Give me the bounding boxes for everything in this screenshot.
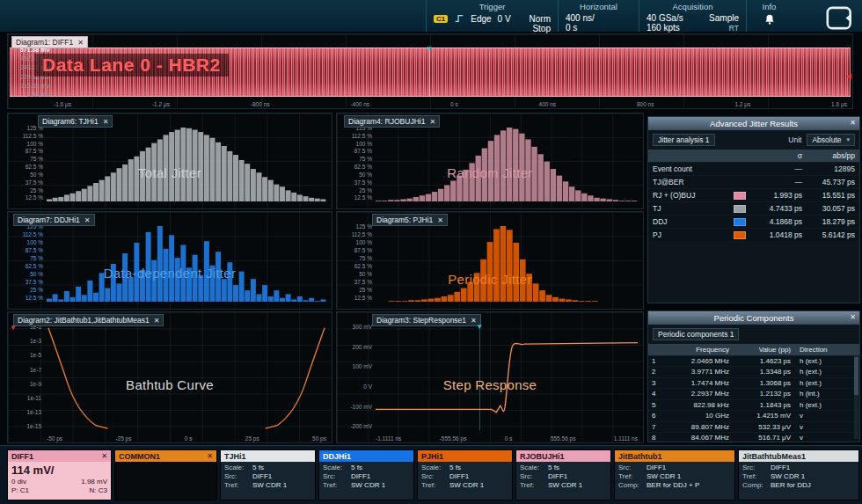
acquisition-settings[interactable]: Acquisition 40 GSa/sSample 160 kptsRT <box>639 0 746 32</box>
axis-label: -800 ns <box>251 101 270 107</box>
notification-bell-icon[interactable] <box>763 13 776 26</box>
diagram1-diff1[interactable]: 571.38 mV457.38 mV343.38 mV229.38 mV115.… <box>7 33 853 109</box>
signal-tab-ddjhi1[interactable]: DDJHi1Scale:5 fsSrc:DIFF1Tref:SW CDR 1 <box>318 449 414 500</box>
periodic-component-row[interactable]: 884.067 MHz516.71 μVv <box>648 432 859 442</box>
close-icon[interactable]: ✕ <box>154 317 160 325</box>
diagram-tab-bathtub[interactable]: Diagram2: JitBathtub1,JitBathtubMeas1 ✕ <box>13 314 164 326</box>
axis-label: 1e-11 <box>27 396 41 402</box>
diagram-tab-step-response[interactable]: Diagram3: StepResponse1 ✕ <box>372 314 481 326</box>
close-icon[interactable]: ✕ <box>850 119 856 127</box>
signal-tab-header[interactable]: JitBathtub1 <box>615 450 734 462</box>
periodic-component-row[interactable]: 23.9771 MHz1.3348 psh (ext.) <box>648 366 859 377</box>
reference-marker-icon[interactable]: ▼ <box>10 325 17 332</box>
axis-label: 115.38 mV <box>21 83 50 89</box>
scrollbar[interactable] <box>854 355 858 439</box>
trigger-settings[interactable]: Trigger C1 Edge 0 V Norm Stop <box>426 0 558 32</box>
diagram-tab-tjhi1[interactable]: Diagram6: TJHi1 ✕ <box>38 115 113 128</box>
periodic-component-row[interactable]: 12.0465 MHz1.4623 psh (ext.) <box>648 355 859 367</box>
trace-color-swatch <box>735 166 746 172</box>
info-button[interactable]: Info <box>746 0 792 32</box>
result-sigma: 1.0418 ps <box>749 230 802 239</box>
component-index: 7 <box>652 423 664 431</box>
periodic-component-row[interactable]: 789.807 MHz532.33 μVv <box>648 421 859 433</box>
trigger-marker-icon[interactable]: ▼ <box>476 324 483 331</box>
axis-label: -1.6 μs <box>54 101 71 107</box>
annotation-label: Data Lane 0 - HBR2 <box>34 54 229 77</box>
signal-tab-diff1[interactable]: DIFF1✕114 mV/0 div1.98 mVP: C1N: C3 <box>7 449 112 500</box>
signal-info-row: Comp:BER for DDJ <box>742 481 855 489</box>
signal-tab-label: PJHi1 <box>421 452 508 461</box>
close-icon[interactable]: ✕ <box>437 216 443 224</box>
close-icon[interactable]: ✕ <box>429 118 435 126</box>
jitter-result-row[interactable]: TJ@BER—45.737 ps <box>648 175 859 188</box>
signal-tab-pjhi1[interactable]: PJHi1Scale:5 fsSrc:DIFF1Tref:SW CDR 1 <box>417 449 513 500</box>
diagram-tab-label: Diagram3: StepResponse1 <box>376 316 466 325</box>
signal-tab-header[interactable]: COMMON1✕ <box>115 450 216 462</box>
component-direction: v <box>791 423 856 431</box>
trace-color-swatch <box>734 192 746 200</box>
diagram5-pjhi1[interactable]: 125 %112.5 %100 %87.5 %75 %62.5 %50 %37.… <box>336 211 644 310</box>
component-direction: h (ext.) <box>791 357 856 365</box>
unit-select[interactable]: Absolute ▾ <box>807 134 855 146</box>
periodic-component-row[interactable]: 5822.98 kHz1.1843 psh (ext.) <box>648 399 859 411</box>
result-sigma: 1.993 ps <box>749 191 802 200</box>
signal-tab-header[interactable]: TJHi1 <box>221 450 315 462</box>
jitter-result-row[interactable]: RJ + (O)BUJ1.993 ps15.551 ps <box>648 188 859 201</box>
close-icon[interactable]: ✕ <box>84 216 91 224</box>
axis-label: 112.5 % <box>23 134 43 140</box>
info-label: Scale: <box>421 464 446 471</box>
diagram4-rjobujhi1[interactable]: 125 %112.5 %100 %87.5 %75 %62.5 %50 %37.… <box>336 113 644 209</box>
periodic-component-row[interactable]: 31.7474 MHz1.3068 psh (ext.) <box>648 377 859 389</box>
result-name: Event count <box>653 164 735 173</box>
panel-titlebar[interactable]: Periodic Components ✕ <box>648 311 859 325</box>
jitter-result-row[interactable]: Event count—12895 <box>648 162 859 175</box>
close-icon[interactable]: ✕ <box>77 39 84 47</box>
signal-tab-header[interactable]: JitBathtubMeas1 <box>739 450 858 462</box>
jitter-result-row[interactable]: DDJ4.1868 ps18.279 ps <box>648 215 859 228</box>
diagram6-tjhi1[interactable]: 125 %112.5 %100 %87.5 %75 %62.5 %50 %37.… <box>7 113 332 209</box>
signal-tab-common1[interactable]: COMMON1✕ <box>114 449 217 500</box>
signal-tab-header[interactable]: DDJHi1 <box>319 450 413 462</box>
jitter-analysis-select[interactable]: Jitter analysis 1 <box>653 134 715 146</box>
axis-label: -200 mV <box>350 424 372 430</box>
info-title: Info <box>754 2 785 11</box>
axis-label: -1.2 μs <box>152 101 170 107</box>
axis-label: 12.5 % <box>26 296 43 302</box>
scrollbar-thumb[interactable] <box>854 357 858 395</box>
periodic-component-row[interactable]: 610 GHz1.4215 mVv <box>648 410 859 421</box>
periodic-component-row[interactable]: 42.2937 MHz1.2132 psh (int.) <box>648 388 859 399</box>
close-icon[interactable]: ✕ <box>850 313 856 321</box>
horizontal-position: 0 s <box>566 23 577 33</box>
level-marker-icon[interactable]: ◀ <box>846 73 851 80</box>
close-icon[interactable]: ✕ <box>207 452 213 460</box>
signal-tab-rjobujhi1[interactable]: RJOBUJHi1Scale:5 fsSrc:DIFF1Tref:SW CDR … <box>515 449 611 500</box>
ber-axis-labels: 1e-11e-31e-51e-71e-91e-111e-131e-15 <box>13 325 41 430</box>
diagram2-bathtub[interactable]: 1e-11e-31e-51e-71e-91e-111e-131e-15 Bath… <box>7 311 332 443</box>
jitter-result-row[interactable]: TJ4.7433 ps30.057 ps <box>648 201 859 215</box>
channel-info-right: 1.98 mV <box>81 478 107 486</box>
diagram-tab-rjobujhi1[interactable]: Diagram4: RJOBUJHi1 ✕ <box>344 115 440 128</box>
signal-bar: DIFF1✕114 mV/0 div1.98 mVP: C1N: C3COMMO… <box>0 445 862 504</box>
close-icon[interactable]: ✕ <box>101 452 107 460</box>
panel-titlebar[interactable]: Advanced Jitter Results ✕ <box>648 117 859 130</box>
signal-tab-header[interactable]: DIFF1✕ <box>8 450 111 462</box>
trigger-marker-icon[interactable]: ▼ <box>426 46 433 53</box>
component-direction: h (ext.) <box>791 379 856 387</box>
signal-tab-jitbathtubmeas1[interactable]: JitBathtubMeas1Src:DIFF1Tref:SW CDR 1Com… <box>738 449 859 500</box>
signal-tab-jitbathtub1[interactable]: JitBathtub1Src:DIFF1Tref:SW CDR 1Comp:BE… <box>614 449 735 500</box>
result-name: DDJ <box>653 217 734 226</box>
diagram-tab-label: Diagram6: TJHi1 <box>42 117 99 126</box>
close-icon[interactable]: ✕ <box>103 118 109 126</box>
diagram-tab-diff1[interactable]: Diagram1: DIFF1 ✕ <box>11 36 88 48</box>
diagram-tab-ddjhi1[interactable]: Diagram7: DDJHi1 ✕ <box>13 214 95 226</box>
diagram7-ddjhi1[interactable]: 125 %112.5 %100 %87.5 %75 %62.5 %50 %37.… <box>7 211 332 310</box>
diagram3-step-response[interactable]: 300 mV200 mV100 mV0 V-100 mV-200 mV Step… <box>336 311 644 443</box>
axis-label: -25 ps <box>115 435 131 442</box>
signal-tab-header[interactable]: RJOBUJHi1 <box>516 450 610 462</box>
signal-tab-tjhi1[interactable]: TJHi1Scale:5 fsSrc:DIFF1Tref:SW CDR 1 <box>220 449 316 500</box>
diagram-tab-pjhi1[interactable]: Diagram5: PJHi1 ✕ <box>372 214 448 226</box>
periodic-components-select[interactable]: Periodic components 1 <box>653 328 739 340</box>
jitter-result-row[interactable]: PJ1.0418 ps5.6142 ps <box>648 228 859 241</box>
horizontal-settings[interactable]: Horizontal 400 ns/ 0 s <box>558 0 639 32</box>
signal-tab-header[interactable]: PJHi1 <box>418 450 512 462</box>
